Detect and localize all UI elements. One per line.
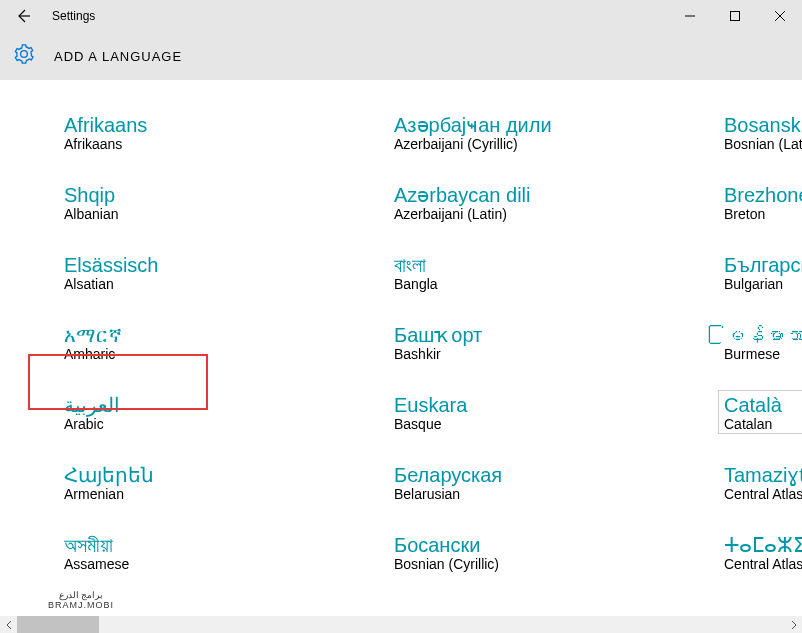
maximize-button[interactable] (712, 0, 757, 32)
scroll-track[interactable] (17, 616, 785, 633)
language-item[interactable]: العربيةArabic (58, 390, 388, 434)
language-native-name: বাংলা (394, 252, 712, 278)
language-item[interactable]: বাংলাBangla (388, 250, 718, 294)
language-native-name: Brezhoneg (724, 182, 802, 208)
language-item[interactable]: BrezhonegBreton (718, 180, 802, 224)
language-item[interactable]: BosanskiBosnian (Latin) (718, 110, 802, 154)
language-native-name: Afrikaans (64, 112, 382, 138)
language-english-name: Armenian (64, 486, 382, 502)
language-english-name: Alsatian (64, 276, 382, 292)
language-item[interactable]: БеларускаяBelarusian (388, 460, 718, 504)
language-item[interactable]: Azərbaycan diliAzerbaijani (Latin) (388, 180, 718, 224)
language-english-name: Bashkir (394, 346, 712, 362)
language-native-name: Български (724, 252, 802, 278)
language-english-name: Amharic (64, 346, 382, 362)
language-english-name: Basque (394, 416, 712, 432)
language-native-name: Català (724, 392, 802, 418)
language-native-name: Elsässisch (64, 252, 382, 278)
scroll-right-button[interactable] (785, 616, 802, 633)
language-native-name: Shqip (64, 182, 382, 208)
language-english-name: Afrikaans (64, 136, 382, 152)
language-english-name: Belarusian (394, 486, 712, 502)
language-item[interactable]: অসমীয়াAssamese (58, 530, 388, 574)
language-native-name: العربية (64, 392, 382, 418)
language-native-name: Азәрбајҹан дили (394, 112, 712, 138)
language-native-name: Башҡорт (394, 322, 712, 348)
language-english-name: Central Atlas Tamazight (724, 486, 802, 502)
gear-icon (14, 44, 34, 68)
language-english-name: Burmese (724, 346, 802, 362)
language-english-name: Bosnian (Cyrillic) (394, 556, 712, 572)
watermark: برامج الدرع BRAMJ.MOBI (48, 591, 114, 611)
language-english-name: Catalan (724, 416, 802, 432)
language-english-name: Bulgarian (724, 276, 802, 292)
language-item[interactable]: CatalàCatalan (718, 390, 802, 434)
language-english-name: Assamese (64, 556, 382, 572)
language-english-name: Arabic (64, 416, 382, 432)
language-english-name: Albanian (64, 206, 382, 222)
language-english-name: Azerbaijani (Cyrillic) (394, 136, 712, 152)
minimize-button[interactable] (667, 0, 712, 32)
language-native-name: Հայերեն (64, 462, 382, 488)
language-item[interactable]: မြန်မာဘာသာBurmese (718, 320, 802, 364)
language-item[interactable]: አማርኛAmharic (58, 320, 388, 364)
language-native-name: ⵜⴰⵎⴰⵣⵉⵖⵜ (724, 532, 802, 558)
language-item[interactable]: ՀայերենArmenian (58, 460, 388, 504)
language-native-name: Босански (394, 532, 712, 558)
close-button[interactable] (757, 0, 802, 32)
window-title: Settings (52, 9, 95, 23)
language-item[interactable]: ShqipAlbanian (58, 180, 388, 224)
language-native-name: অসমীয়া (64, 532, 382, 558)
language-english-name: Breton (724, 206, 802, 222)
language-item[interactable]: EuskaraBasque (388, 390, 718, 434)
language-item[interactable]: TamaziɣtCentral Atlas Tamazight (718, 460, 802, 504)
svg-rect-0 (730, 12, 739, 21)
language-english-name: Azerbaijani (Latin) (394, 206, 712, 222)
language-english-name: Bangla (394, 276, 712, 292)
language-native-name: Azərbaycan dili (394, 182, 712, 208)
language-item[interactable]: ⵜⴰⵎⴰⵣⵉⵖⵜCentral Atlas Tamazight (718, 530, 802, 574)
language-native-name: မြန်မာဘာသာ (724, 322, 802, 348)
language-english-name: Bosnian (Latin) (724, 136, 802, 152)
page-title: ADD A LANGUAGE (54, 49, 182, 64)
language-native-name: Беларуская (394, 462, 712, 488)
language-item[interactable]: БългарскиBulgarian (718, 250, 802, 294)
language-native-name: አማርኛ (64, 322, 382, 348)
language-native-name: Bosanski (724, 112, 802, 138)
language-item[interactable]: AfrikaansAfrikaans (58, 110, 388, 154)
language-item[interactable]: ElsässischAlsatian (58, 250, 388, 294)
scroll-thumb[interactable] (17, 616, 99, 633)
language-native-name: Tamaziɣt (724, 462, 802, 488)
back-button[interactable] (0, 0, 48, 32)
language-item[interactable]: БосанскиBosnian (Cyrillic) (388, 530, 718, 574)
language-item[interactable]: Азәрбајҹан дилиAzerbaijani (Cyrillic) (388, 110, 718, 154)
scroll-left-button[interactable] (0, 616, 17, 633)
language-item[interactable]: БашҡортBashkir (388, 320, 718, 364)
language-english-name: Central Atlas Tamazight (724, 556, 802, 572)
language-native-name: Euskara (394, 392, 712, 418)
